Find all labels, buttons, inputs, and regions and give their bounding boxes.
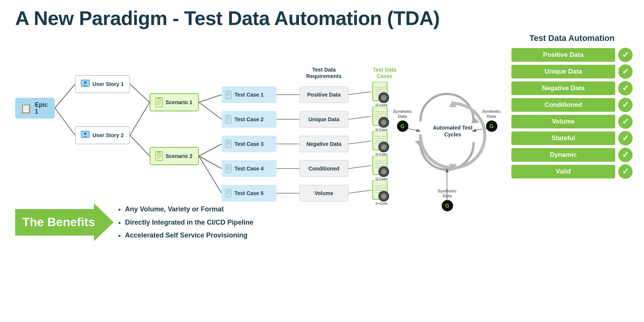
data-req-1: Positive Data <box>299 86 349 103</box>
tda-label-5: Stateful <box>511 131 615 145</box>
person-icon-2 <box>80 130 90 140</box>
svg-line-18 <box>349 166 371 169</box>
tc-1-icon <box>225 91 232 99</box>
tc-3-label: Test Case 3 <box>234 141 264 147</box>
tc-4-icon <box>225 164 232 173</box>
user-story-1-box: User Story 1 <box>75 75 130 93</box>
gcase-1: G G-Case <box>371 82 392 104</box>
svg-line-19 <box>349 190 371 193</box>
svg-line-2 <box>130 84 150 102</box>
tda-panel: Test Data Automation Positive Data Uniqu… <box>511 33 633 249</box>
tda-panel-title: Test Data Automation <box>530 33 615 43</box>
svg-line-6 <box>199 102 222 119</box>
user-story-2-box: User Story 2 <box>75 126 130 144</box>
epic-box: 📋 Epic 1 <box>15 98 55 119</box>
tc-5-icon <box>225 189 232 197</box>
gcase-2: G G-Case <box>371 106 392 128</box>
tda-row-2: Negative Data <box>511 81 633 95</box>
benefit-3: Accelerated Self Service Provisioning <box>125 229 253 242</box>
epic-icon: 📋 <box>20 103 32 114</box>
svg-line-4 <box>130 135 150 156</box>
col-header-cases: Test Data Cases <box>367 67 402 80</box>
test-case-1-box: Test Case 1 <box>222 86 277 103</box>
svg-text:G: G <box>382 195 385 199</box>
svg-rect-39 <box>226 91 231 98</box>
tc-2-label: Test Case 2 <box>234 116 264 122</box>
person-icon-1 <box>80 79 90 89</box>
svg-rect-33 <box>158 97 161 99</box>
svg-text:G: G <box>382 121 385 125</box>
tda-row-5: Stateful <box>511 131 633 145</box>
synth-data-bottom: Synthetic Data G <box>435 189 460 211</box>
tc-4-label: Test Case 4 <box>234 166 264 172</box>
tda-row-0: Positive Data <box>511 48 633 62</box>
svg-rect-38 <box>158 151 161 153</box>
svg-rect-51 <box>226 165 231 172</box>
tda-label-6: Dynamic <box>511 148 615 162</box>
svg-rect-43 <box>226 116 231 123</box>
svg-text:G: G <box>382 97 385 100</box>
svg-line-16 <box>349 116 371 119</box>
scenario-2-icon <box>155 151 163 161</box>
scenario-1-box: Scenario 1 <box>150 93 199 111</box>
tc-2-icon <box>225 115 232 123</box>
gcase-4: G G-Case <box>371 156 392 178</box>
svg-rect-47 <box>226 140 231 148</box>
diagram-section: 📋 Epic 1 User Story 1 User Story 2 <box>11 33 511 249</box>
svg-line-8 <box>199 156 222 169</box>
tda-row-4: Volume <box>511 114 633 129</box>
tda-items-list: Positive Data Unique Data Negative Data … <box>511 48 633 179</box>
svg-line-17 <box>349 141 371 144</box>
synth-data-left: Synthetic Data G <box>390 109 415 132</box>
tda-check-7 <box>618 164 633 179</box>
tda-check-3 <box>618 98 633 112</box>
tda-check-4 <box>618 114 633 129</box>
page-title: A New Paradigm - Test Data Automation (T… <box>0 0 644 33</box>
gcase-5: G G-Case <box>371 180 392 202</box>
scenario-2-box: Scenario 2 <box>150 147 199 165</box>
tda-check-5 <box>618 131 633 145</box>
svg-point-26 <box>84 81 87 84</box>
test-case-3-box: Test Case 3 <box>222 136 277 152</box>
user-story-2-label: User Story 2 <box>92 132 123 138</box>
tda-label-0: Positive Data <box>511 48 615 62</box>
data-req-4: Conditioned <box>299 160 349 177</box>
tc-5-label: Test Case 5 <box>234 190 264 196</box>
epic-label: Epic 1 <box>35 102 50 115</box>
scenario-1-label: Scenario 1 <box>166 99 192 105</box>
benefits-section: The Benefits Any Volume, Variety or Form… <box>15 203 356 242</box>
col-header-requirements: Test Data Requirements <box>299 67 349 80</box>
test-case-5-box: Test Case 5 <box>222 185 277 202</box>
svg-line-5 <box>199 95 222 102</box>
tda-row-3: Conditioned <box>511 98 633 112</box>
tda-check-6 <box>618 148 633 162</box>
svg-line-1 <box>55 108 75 135</box>
synth-data-right: Synthetic Data G <box>479 109 504 132</box>
benefit-2: Directly Integrated in the CI/CD Pipelin… <box>125 216 253 229</box>
benefits-list: Any Volume, Variety or Format Directly I… <box>114 203 253 242</box>
data-req-3: Negative Data <box>299 136 349 152</box>
tc-1-label: Test Case 1 <box>234 92 264 98</box>
tda-label-7: Valid <box>511 165 615 178</box>
tda-check-2 <box>618 81 633 95</box>
svg-text:G: G <box>382 146 385 150</box>
gcase-3: G G-Case <box>371 131 392 153</box>
automated-test-cycles: Automated Test Cycles <box>413 96 492 179</box>
benefit-1: Any Volume, Variety or Format <box>125 203 253 216</box>
svg-line-3 <box>130 102 150 135</box>
atc-label: Automated Test Cycles <box>424 124 481 138</box>
benefits-label: The Benefits <box>22 216 106 229</box>
scenario-2-label: Scenario 2 <box>166 153 192 159</box>
tda-check-0 <box>618 48 633 62</box>
data-req-2: Unique Data <box>299 111 349 128</box>
test-case-4-box: Test Case 4 <box>222 160 277 177</box>
svg-line-7 <box>199 144 222 156</box>
data-req-5: Volume <box>299 185 349 202</box>
svg-line-0 <box>55 84 75 108</box>
tda-label-1: Unique Data <box>511 65 615 78</box>
svg-point-28 <box>84 132 87 135</box>
tda-row-1: Unique Data <box>511 64 633 79</box>
tda-row-6: Dynamic <box>511 148 633 162</box>
svg-text:G: G <box>382 170 385 174</box>
svg-rect-55 <box>226 189 231 197</box>
